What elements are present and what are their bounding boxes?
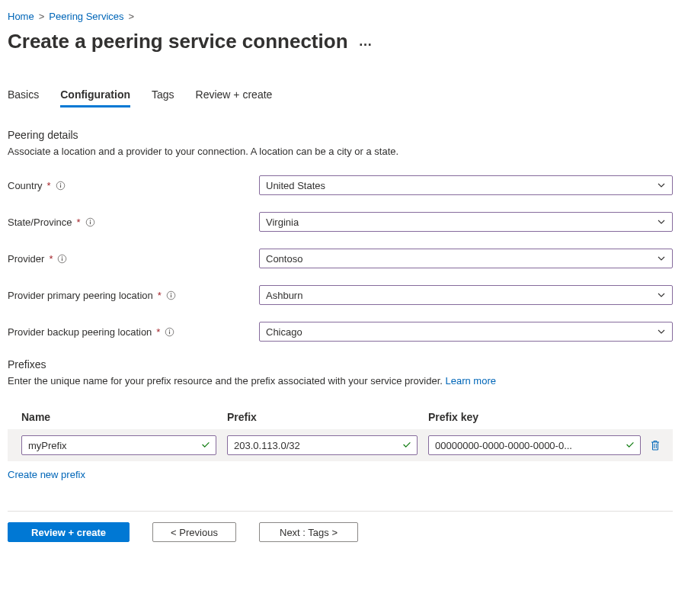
field-row-backup-location: Provider backup peering location * Chica… [8,322,673,342]
svg-rect-5 [90,221,91,224]
label-provider: Provider * [8,253,259,265]
field-row-state: State/Province * Virginia [8,212,673,232]
check-icon [625,439,635,450]
check-icon [402,439,412,450]
required-indicator: * [47,180,51,191]
prefix-name-input[interactable]: myPrefix [21,435,216,455]
breadcrumb-peering-services[interactable]: Peering Services [49,11,123,22]
required-indicator: * [158,290,162,301]
chevron-down-icon [657,290,666,300]
previous-button[interactable]: < Previous [152,522,236,542]
svg-point-13 [169,329,170,330]
tab-review-create[interactable]: Review + create [196,84,273,107]
required-indicator: * [49,253,53,265]
breadcrumb-separator: > [39,11,45,22]
label-country: Country * [8,180,259,191]
label-state: State/Province * [8,217,259,228]
backup-location-select-value: Chicago [266,326,302,338]
required-indicator: * [156,326,160,338]
svg-point-7 [62,256,62,257]
info-icon[interactable] [56,181,66,191]
label-primary-location: Provider primary peering location * [8,290,259,301]
svg-point-10 [171,293,171,294]
breadcrumb: Home > Peering Services > [8,8,673,27]
primary-location-select-value: Ashburn [266,290,302,301]
field-row-primary-location: Provider primary peering location * Ashb… [8,285,673,305]
breadcrumb-separator: > [129,11,135,22]
svg-point-1 [59,183,60,184]
page-title-text: Create a peering service connection [8,30,348,53]
column-header-prefix: Prefix [227,411,428,423]
field-row-country: Country * United States [8,175,673,195]
svg-point-4 [89,220,90,220]
state-select[interactable]: Virginia [259,212,673,232]
provider-select-value: Contoso [266,253,302,265]
label-backup-location: Provider backup peering location * [8,326,259,338]
prefix-table: Name Prefix Prefix key myPrefix 203.0.11… [8,405,673,461]
info-icon[interactable] [57,254,67,264]
breadcrumb-home[interactable]: Home [8,11,34,22]
chevron-down-icon [657,327,666,336]
section-prefixes-title: Prefixes [8,358,673,371]
info-icon[interactable] [85,217,95,227]
column-header-name: Name [21,411,227,423]
prefix-key-input[interactable]: 00000000-0000-0000-0000-0... [428,435,641,455]
required-indicator: * [77,217,81,228]
tab-configuration[interactable]: Configuration [60,84,130,107]
more-actions-button[interactable]: … [359,34,373,50]
column-header-prefix-key: Prefix key [428,411,665,423]
check-icon [200,439,211,450]
section-prefixes-desc: Enter the unique name for your prefix re… [8,375,673,387]
review-create-button[interactable]: Review + create [8,522,130,542]
tabs: Basics Configuration Tags Review + creat… [8,84,673,107]
country-select[interactable]: United States [259,175,673,195]
prefix-table-header: Name Prefix Prefix key [8,405,673,429]
tab-basics[interactable]: Basics [8,84,39,107]
learn-more-link[interactable]: Learn more [445,375,495,387]
provider-select[interactable]: Contoso [259,249,673,268]
state-select-value: Virginia [266,217,299,228]
field-row-provider: Provider * Contoso [8,249,673,268]
prefix-value-input[interactable]: 203.0.113.0/32 [227,435,418,455]
delete-prefix-button[interactable] [645,439,665,451]
page-title: Create a peering service connection … [8,30,673,53]
svg-rect-8 [62,258,62,261]
chevron-down-icon [657,217,666,226]
svg-rect-11 [171,294,171,297]
section-peering-details-desc: Associate a location and a provider to y… [8,146,673,157]
chevron-down-icon [657,181,666,190]
country-select-value: United States [266,180,325,191]
tab-tags[interactable]: Tags [152,84,174,107]
primary-location-select[interactable]: Ashburn [259,285,673,305]
info-icon[interactable] [166,290,176,300]
svg-rect-14 [169,331,170,334]
create-new-prefix-link[interactable]: Create new prefix [8,469,85,480]
next-button[interactable]: Next : Tags > [259,522,358,542]
backup-location-select[interactable]: Chicago [259,322,673,342]
prefix-table-row: myPrefix 203.0.113.0/32 00000000-0000-00… [8,429,673,461]
section-peering-details-title: Peering details [8,129,673,141]
wizard-footer: Review + create < Previous Next : Tags > [8,511,673,542]
chevron-down-icon [657,254,666,263]
info-icon[interactable] [165,327,174,337]
svg-rect-2 [60,184,61,188]
